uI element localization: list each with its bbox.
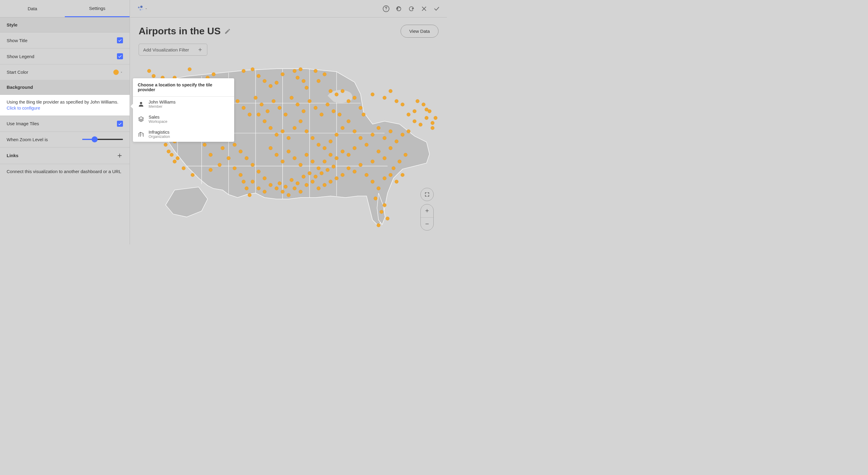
map-marker[interactable] (383, 96, 386, 100)
map-marker[interactable] (263, 79, 267, 83)
map-marker[interactable] (275, 81, 278, 84)
start-color-picker[interactable] (113, 70, 123, 75)
map-marker[interactable] (314, 175, 317, 178)
map-marker[interactable] (365, 143, 368, 146)
map-marker[interactable] (245, 186, 248, 190)
map-marker[interactable] (308, 172, 311, 175)
map-marker[interactable] (314, 69, 317, 73)
map-marker[interactable] (374, 197, 377, 200)
map-marker[interactable] (263, 120, 267, 123)
map-marker[interactable] (311, 180, 314, 183)
show-title-checkbox[interactable] (117, 37, 123, 43)
add-filter-button[interactable]: Add Visualization Filter (138, 44, 207, 56)
map-marker[interactable] (386, 217, 390, 220)
undo-icon[interactable] (395, 5, 402, 12)
map-marker[interactable] (305, 153, 308, 157)
map-marker[interactable] (152, 74, 156, 78)
map-marker[interactable] (266, 109, 270, 113)
visualization-type-picker[interactable] (137, 5, 148, 13)
map-marker[interactable] (281, 160, 284, 164)
view-data-button[interactable]: View Data (401, 25, 438, 38)
map-marker[interactable] (239, 149, 242, 153)
map-marker[interactable] (209, 153, 213, 157)
map-marker[interactable] (383, 136, 386, 140)
map-marker[interactable] (347, 120, 350, 123)
map-marker[interactable] (383, 176, 386, 180)
edit-title-button[interactable] (224, 28, 231, 35)
map-marker[interactable] (281, 72, 284, 76)
map-marker[interactable] (299, 190, 302, 194)
map-marker[interactable] (311, 160, 314, 164)
confirm-icon[interactable] (433, 5, 440, 12)
map-marker[interactable] (188, 67, 191, 71)
map-marker[interactable] (272, 99, 276, 103)
map-marker[interactable] (362, 113, 365, 116)
map-marker[interactable] (191, 173, 194, 177)
map-marker[interactable] (293, 126, 296, 130)
map-marker[interactable] (305, 86, 308, 90)
map-marker[interactable] (293, 156, 296, 160)
map-marker[interactable] (380, 210, 383, 214)
map-marker[interactable] (401, 173, 404, 177)
map-marker[interactable] (281, 129, 284, 133)
map-marker[interactable] (383, 156, 386, 160)
map-marker[interactable] (167, 149, 170, 153)
add-link-button[interactable] (116, 152, 123, 159)
tab-data[interactable]: Data (0, 0, 65, 17)
map-marker[interactable] (347, 153, 350, 157)
map-marker[interactable] (329, 90, 333, 93)
use-image-tiles-checkbox[interactable] (117, 121, 123, 127)
zoom-out-button[interactable] (421, 217, 433, 231)
map-marker[interactable] (412, 120, 416, 123)
zoom-slider[interactable] (82, 139, 123, 140)
map-marker[interactable] (287, 149, 290, 153)
map-marker[interactable] (239, 173, 242, 177)
help-icon[interactable] (382, 5, 390, 12)
map-marker[interactable] (314, 106, 317, 109)
map-marker[interactable] (203, 143, 207, 146)
map-marker[interactable] (332, 109, 336, 113)
map-marker[interactable] (233, 143, 236, 146)
map-marker[interactable] (293, 69, 296, 73)
map-marker[interactable] (302, 79, 305, 83)
map-marker[interactable] (317, 79, 320, 83)
map-marker[interactable] (296, 103, 299, 106)
map-marker[interactable] (284, 185, 287, 189)
map-marker[interactable] (338, 113, 341, 116)
map-marker[interactable] (287, 136, 290, 140)
map-marker[interactable] (326, 168, 330, 172)
map-marker[interactable] (329, 140, 333, 143)
map-marker[interactable] (302, 175, 305, 178)
map-marker[interactable] (263, 176, 267, 180)
map-marker[interactable] (352, 129, 356, 133)
zoom-in-button[interactable] (421, 204, 433, 217)
map-marker[interactable] (233, 166, 236, 170)
map-marker[interactable] (335, 93, 338, 96)
map-marker[interactable] (182, 166, 185, 170)
map-marker[interactable] (341, 90, 344, 93)
map-marker[interactable] (147, 69, 151, 73)
map-marker[interactable] (347, 166, 350, 170)
redo-icon[interactable] (408, 5, 415, 12)
map-marker[interactable] (341, 126, 344, 130)
map-marker[interactable] (395, 99, 398, 103)
map-marker[interactable] (317, 186, 320, 190)
map-marker[interactable] (371, 180, 374, 183)
map-marker[interactable] (221, 146, 224, 150)
map-marker[interactable] (317, 143, 320, 146)
map-marker[interactable] (422, 103, 425, 106)
map-marker[interactable] (170, 153, 173, 157)
map-marker[interactable] (269, 126, 273, 130)
map-marker[interactable] (389, 146, 393, 150)
map-marker[interactable] (359, 163, 362, 167)
map-marker[interactable] (425, 116, 428, 120)
map-marker[interactable] (248, 193, 251, 197)
map-marker[interactable] (242, 180, 245, 183)
map-marker[interactable] (275, 133, 278, 136)
map-marker[interactable] (320, 172, 323, 175)
map-marker[interactable] (352, 96, 356, 100)
map-marker[interactable] (257, 170, 260, 173)
map-marker[interactable] (290, 96, 293, 100)
map-marker[interactable] (260, 103, 264, 106)
map-marker[interactable] (257, 74, 260, 78)
